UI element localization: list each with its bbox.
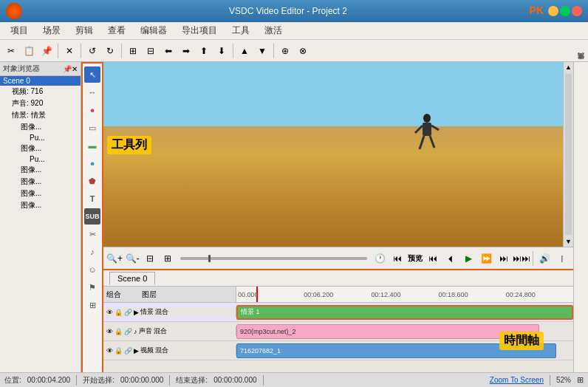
tool-audio[interactable]: ♪ [84,244,100,260]
left-panel-pin[interactable]: 📌 [63,65,72,73]
track-controls-scene: 👁 🔒 🔗 ▶ 情景 混合 [103,307,236,317]
tb-grid[interactable]: ⊞ [125,43,141,59]
tb-extra2[interactable]: ⊗ [295,43,311,59]
menu-tools[interactable]: 工具 [225,23,257,38]
tree-img6[interactable]: 图像... [18,199,81,211]
svg-line-2 [415,126,423,133]
play-step-back[interactable]: ⏴ [442,250,459,267]
tool-text[interactable]: T [84,191,100,207]
track-row-scene: 👁 🔒 🔗 ▶ 情景 混合 情景 1 [103,303,573,322]
tool-rect[interactable]: ▭ [84,120,100,136]
tool-subtitle[interactable]: SUB [84,208,100,225]
tb-snap[interactable]: ⊟ [143,43,159,59]
clip-audio1[interactable]: 920(mp3cut.net)_2 [236,324,539,339]
track-lock-video[interactable]: 🔒 [114,347,123,355]
tree-img4[interactable]: 图像... [18,176,81,188]
track-mix-video: 混合 [155,346,168,355]
close-button[interactable] [572,6,582,16]
tool-draw[interactable]: ● [84,102,100,118]
menu-export[interactable]: 导出项目 [174,23,225,38]
left-panel-close[interactable]: ✕ [72,65,78,73]
tb-align-l[interactable]: ⬅ [160,43,177,59]
menu-editor[interactable]: 编辑器 [133,23,174,38]
minimize-button[interactable] [548,6,558,16]
play-play[interactable]: ▶ [460,250,476,267]
fit-btn[interactable]: ⊟ [142,250,158,267]
tree-img3[interactable]: 图像... [18,164,81,176]
tb-sep1 [58,44,58,58]
play-sep [533,251,533,266]
sel-end-value: 00:00:00.000 [213,376,256,384]
clip-scene1[interactable]: 情景 1 [236,305,573,320]
track-link-audio[interactable]: 🔗 [124,328,132,335]
tool-face[interactable]: ☺ [84,261,100,278]
timeline-tracks: 👁 🔒 🔗 ▶ 情景 混合 情景 1 👁 🔒 [103,303,573,378]
tools-panel: ↖ ↔ ● ▭ ▬ ● ⬟ T SUB ✂ ♪ ☺ ⚑ ⊞ [81,62,103,387]
tool-select[interactable]: ↖ [84,66,100,83]
svg-rect-1 [423,123,431,136]
preview-label: 预览 [407,250,423,267]
tb-delete[interactable]: ✕ [61,43,78,59]
tree-scene[interactable]: 情景: 情景 [9,109,81,121]
tb-move-dn[interactable]: ▼ [254,43,270,59]
tb-copy[interactable]: 📋 [21,43,37,59]
menu-activate[interactable]: 激活 [257,23,290,38]
tool-motion[interactable]: ⚑ [84,279,100,295]
time-slider-area[interactable] [177,257,370,260]
zoom-to-screen[interactable]: Zoom To Screen [490,376,544,384]
menu-view[interactable]: 查看 [100,23,133,38]
tree-img5[interactable]: 图像... [18,188,81,199]
tb-move-up[interactable]: ▲ [236,43,253,59]
play-skip-back[interactable]: ⏮ [425,250,441,267]
grid-view-btn[interactable]: ⊞ [577,375,584,385]
tb-redo[interactable]: ↻ [102,43,118,59]
track-eye-audio[interactable]: 👁 [106,328,113,335]
tool-poly[interactable]: ⬟ [84,173,100,189]
tool-move[interactable]: ↔ [84,84,100,100]
person-silhouette [412,114,442,154]
play-skip-fwd[interactable]: ⏭ [496,250,512,267]
tree-img1[interactable]: 图像... [18,121,81,133]
tool-grid[interactable]: ⊞ [84,297,100,313]
tool-cut[interactable]: ✂ [84,226,100,242]
track-content-audio: 920(mp3cut.net)_2 [236,322,573,340]
tree-video[interactable]: 视频: 716 [9,86,81,97]
tb-undo[interactable]: ↺ [84,43,100,59]
tree-audio[interactable]: 声音: 920 [9,97,81,109]
tree-img2[interactable]: 图像... [18,143,81,154]
vol-btn[interactable]: 🔊 [536,250,553,267]
zoom-out-btn[interactable]: 🔍- [124,250,140,267]
tb-align-r[interactable]: ➡ [178,43,194,59]
tool-ellipse[interactable]: ● [84,155,100,171]
play-prev[interactable]: ⏮ [389,250,406,267]
tree-img1-pu[interactable]: Pu... [27,133,81,143]
zoom-in-btn[interactable]: 🔍+ [106,250,123,267]
center-area: ▲ ▼ 🔍+ 🔍- ⊟ ⊞ 🕐 ⏮ 预览 ⏮ ⏴ ▶ ⏩ ⏭ ⏭⏭ [103,62,573,387]
scene-tab-0[interactable]: Scene 0 [109,272,155,285]
tool-fill[interactable]: ▬ [84,137,100,154]
tb-extra1[interactable]: ⊕ [277,43,293,59]
track-eye-scene[interactable]: 👁 [106,309,113,316]
main-area: 对象浏览器 📌 ✕ Scene 0 视频: 716 声音: 920 情景: 情景… [0,62,588,387]
track-eye-video[interactable]: 👁 [106,347,113,355]
menu-edit[interactable]: 剪辑 [68,23,100,38]
tb-paste[interactable]: 📌 [38,43,55,59]
fit-all-btn[interactable]: ⊞ [160,250,176,267]
sel-start-label: 开始选择: [83,375,114,386]
tb-align-t[interactable]: ⬆ [196,43,212,59]
tree-img2-pu[interactable]: Pu... [27,154,81,164]
maximize-button[interactable] [560,6,570,16]
track-link-scene[interactable]: 🔗 [124,309,132,316]
clip-video1[interactable]: 716207682_1 [236,343,556,358]
play-end[interactable]: ⏭⏭ [513,250,530,267]
menu-project[interactable]: 项目 [3,23,35,38]
tb-align-b[interactable]: ⬇ [213,43,230,59]
preview-vscroll[interactable]: ▲ ▼ [563,62,573,247]
track-lock-audio[interactable]: 🔒 [114,328,123,335]
menu-scene[interactable]: 场景 [35,23,68,38]
tree-scene0[interactable]: Scene 0 [0,76,81,86]
play-step-fwd[interactable]: ⏩ [478,250,494,267]
track-link-video[interactable]: 🔗 [124,347,132,355]
tb-cut[interactable]: ✂ [3,43,19,59]
track-lock-scene[interactable]: 🔒 [114,309,123,316]
